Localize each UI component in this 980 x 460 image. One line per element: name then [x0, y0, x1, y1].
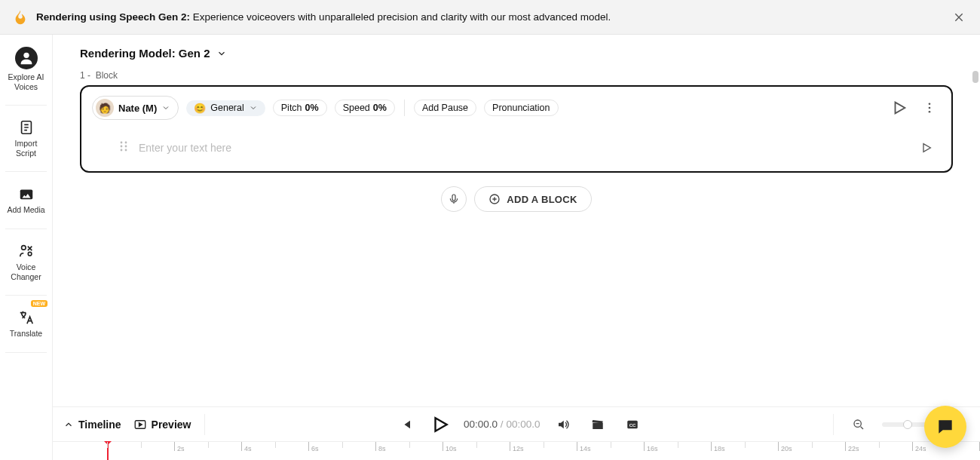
avatar-icon: [15, 47, 38, 69]
workspace: Rendering Model: Gen 2 1 - Block 🧑 Nate …: [53, 35, 980, 406]
pitch-value: 0%: [305, 103, 319, 113]
chevron-down-icon: [249, 103, 258, 112]
timeline-tick-label: 14s: [580, 445, 591, 452]
banner-close-button[interactable]: [950, 8, 968, 26]
time-display: 00:00.0 / 00:00.0: [464, 419, 540, 430]
svg-point-7: [929, 111, 931, 113]
timeline-tick-label: 8s: [378, 445, 386, 452]
document-icon: [18, 119, 35, 136]
add-row: ADD A BLOCK: [80, 186, 953, 212]
clapperboard-icon: [591, 418, 605, 431]
svg-point-12: [121, 149, 123, 152]
drag-handle-icon[interactable]: [119, 140, 128, 155]
speed-value: 0%: [373, 103, 387, 113]
voice-avatar-icon: 🧑: [96, 99, 114, 117]
chevron-up-icon: [63, 419, 74, 430]
svg-point-5: [929, 103, 931, 105]
volume-icon: [556, 418, 570, 431]
svg-point-13: [125, 149, 127, 152]
pitch-label: Pitch: [281, 103, 302, 113]
more-vertical-icon: [923, 101, 936, 115]
preview-toggle[interactable]: Preview: [133, 418, 191, 431]
chat-fab[interactable]: [924, 406, 966, 448]
svg-text:CC: CC: [629, 423, 636, 428]
block-text-input[interactable]: [139, 142, 905, 154]
preview-icon: [133, 418, 147, 431]
voice-name-label: Nate (M): [118, 103, 157, 114]
playbar: Timeline Preview 00:00.0 / 00:00.0: [53, 406, 980, 441]
timeline-tick-label: 2s: [177, 445, 185, 452]
play-icon: [430, 415, 450, 434]
timeline-tick-label: 16s: [647, 445, 658, 452]
sidebar-item-voice-changer[interactable]: Voice Changer: [0, 238, 52, 286]
media-icon: [18, 186, 35, 202]
play-button[interactable]: [429, 413, 452, 436]
sidebar-item-label: Import Script: [15, 139, 38, 158]
chevron-down-icon: [161, 103, 170, 112]
play-icon: [891, 100, 908, 116]
timeline-tick-label: 22s: [848, 445, 859, 452]
script-block: 🧑 Nate (M) 😊 General Pitch 0% S: [80, 85, 953, 173]
svg-point-10: [121, 146, 123, 148]
skip-start-button[interactable]: [394, 413, 417, 436]
divider: [404, 100, 405, 116]
promo-banner: Rendering using Speech Gen 2: Experience…: [0, 0, 980, 35]
skip-previous-icon: [399, 418, 412, 431]
voice-changer-icon: [18, 243, 35, 259]
timeline-tick-label: 20s: [781, 445, 792, 452]
scrollbar[interactable]: [972, 71, 978, 83]
svg-point-0: [23, 53, 29, 58]
speed-label: Speed: [343, 103, 370, 113]
clapper-button[interactable]: [586, 413, 609, 436]
block-more-button[interactable]: [918, 97, 941, 119]
timeline-toggle[interactable]: Timeline: [63, 419, 121, 431]
svg-point-8: [121, 142, 123, 144]
timeline-tick-label: 12s: [513, 445, 524, 452]
captions-button[interactable]: CC: [621, 413, 644, 436]
banner-text: Rendering using Speech Gen 2: Experience…: [36, 11, 942, 23]
sidebar-item-label: Add Media: [7, 205, 44, 215]
flame-icon: [12, 9, 29, 26]
sidebar-item-label: Voice Changer: [11, 262, 41, 281]
sidebar-item-explore-voices[interactable]: Explore AI Voices: [0, 42, 52, 96]
play-block-button[interactable]: [888, 97, 911, 119]
block-toolbar: 🧑 Nate (M) 😊 General Pitch 0% S: [92, 96, 941, 120]
timeline-tick-label: 6s: [311, 445, 319, 452]
add-block-button[interactable]: ADD A BLOCK: [474, 186, 591, 212]
rendering-model-selector[interactable]: Rendering Model: Gen 2: [80, 47, 953, 60]
pronunciation-button[interactable]: Pronunciation: [484, 100, 558, 116]
svg-point-9: [125, 142, 127, 144]
timeline-tick-label: 10s: [446, 445, 457, 452]
chat-icon: [936, 417, 955, 437]
sidebar-item-import-script[interactable]: Import Script: [0, 115, 52, 162]
text-row: [92, 136, 941, 162]
voice-selector[interactable]: 🧑 Nate (M): [92, 96, 179, 120]
timeline-tick-label: 18s: [714, 445, 725, 452]
volume-button[interactable]: [552, 413, 574, 436]
pitch-control[interactable]: Pitch 0%: [273, 100, 327, 116]
mic-icon: [448, 193, 460, 205]
add-pause-button[interactable]: Add Pause: [414, 100, 476, 116]
sidebar: Explore AI Voices Import Script Add Medi…: [0, 35, 53, 460]
zoom-out-icon: [853, 419, 865, 431]
mic-button[interactable]: [441, 186, 467, 212]
plus-circle-icon: [488, 193, 501, 205]
rendering-model-label: Rendering Model: Gen 2: [80, 47, 210, 60]
emotion-label: General: [210, 103, 243, 113]
block-index-label: 1 - Block: [80, 70, 953, 81]
svg-rect-14: [452, 195, 455, 201]
sidebar-item-label: Translate: [10, 329, 42, 339]
svg-point-4: [28, 252, 32, 256]
svg-point-3: [21, 246, 25, 250]
svg-point-11: [125, 146, 127, 148]
timeline-tick-label: 4s: [244, 445, 252, 452]
sidebar-item-label: Explore AI Voices: [8, 72, 44, 91]
timeline-ruler[interactable]: 2s4s6s8s10s12s14s16s18s20s22s24s26s: [53, 441, 980, 460]
play-line-button[interactable]: [915, 136, 938, 159]
sidebar-item-add-media[interactable]: Add Media: [0, 181, 52, 219]
zoom-out-button[interactable]: [847, 413, 870, 436]
speed-control[interactable]: Speed 0%: [335, 100, 395, 116]
emotion-selector[interactable]: 😊 General: [186, 100, 265, 116]
sidebar-item-translate[interactable]: Translate: [0, 305, 52, 343]
svg-point-6: [929, 107, 931, 109]
